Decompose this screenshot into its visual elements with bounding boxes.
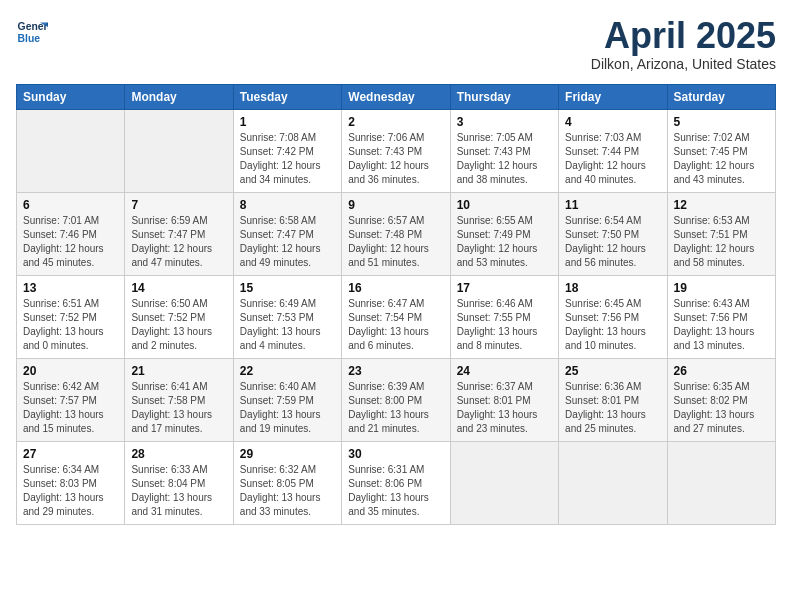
day-number: 21 <box>131 364 226 378</box>
week-row-1: 1Sunrise: 7:08 AM Sunset: 7:42 PM Daylig… <box>17 109 776 192</box>
calendar-cell: 21Sunrise: 6:41 AM Sunset: 7:58 PM Dayli… <box>125 358 233 441</box>
calendar-cell: 11Sunrise: 6:54 AM Sunset: 7:50 PM Dayli… <box>559 192 667 275</box>
day-info: Sunrise: 7:08 AM Sunset: 7:42 PM Dayligh… <box>240 131 335 187</box>
day-number: 11 <box>565 198 660 212</box>
day-number: 12 <box>674 198 769 212</box>
day-number: 16 <box>348 281 443 295</box>
calendar-cell: 4Sunrise: 7:03 AM Sunset: 7:44 PM Daylig… <box>559 109 667 192</box>
day-info: Sunrise: 6:50 AM Sunset: 7:52 PM Dayligh… <box>131 297 226 353</box>
day-number: 14 <box>131 281 226 295</box>
calendar-cell: 15Sunrise: 6:49 AM Sunset: 7:53 PM Dayli… <box>233 275 341 358</box>
calendar-cell: 18Sunrise: 6:45 AM Sunset: 7:56 PM Dayli… <box>559 275 667 358</box>
calendar-cell: 3Sunrise: 7:05 AM Sunset: 7:43 PM Daylig… <box>450 109 558 192</box>
day-info: Sunrise: 6:32 AM Sunset: 8:05 PM Dayligh… <box>240 463 335 519</box>
calendar-cell: 19Sunrise: 6:43 AM Sunset: 7:56 PM Dayli… <box>667 275 775 358</box>
weekday-header-sunday: Sunday <box>17 84 125 109</box>
day-info: Sunrise: 6:46 AM Sunset: 7:55 PM Dayligh… <box>457 297 552 353</box>
svg-text:Blue: Blue <box>18 33 41 44</box>
calendar-cell: 14Sunrise: 6:50 AM Sunset: 7:52 PM Dayli… <box>125 275 233 358</box>
calendar-cell: 25Sunrise: 6:36 AM Sunset: 8:01 PM Dayli… <box>559 358 667 441</box>
day-number: 7 <box>131 198 226 212</box>
day-number: 5 <box>674 115 769 129</box>
calendar-cell <box>125 109 233 192</box>
day-number: 29 <box>240 447 335 461</box>
day-info: Sunrise: 7:02 AM Sunset: 7:45 PM Dayligh… <box>674 131 769 187</box>
day-info: Sunrise: 6:55 AM Sunset: 7:49 PM Dayligh… <box>457 214 552 270</box>
day-info: Sunrise: 6:31 AM Sunset: 8:06 PM Dayligh… <box>348 463 443 519</box>
calendar-cell: 29Sunrise: 6:32 AM Sunset: 8:05 PM Dayli… <box>233 441 341 524</box>
calendar-cell: 26Sunrise: 6:35 AM Sunset: 8:02 PM Dayli… <box>667 358 775 441</box>
day-number: 15 <box>240 281 335 295</box>
day-info: Sunrise: 6:45 AM Sunset: 7:56 PM Dayligh… <box>565 297 660 353</box>
day-info: Sunrise: 6:42 AM Sunset: 7:57 PM Dayligh… <box>23 380 118 436</box>
day-number: 9 <box>348 198 443 212</box>
title-block: April 2025 Dilkon, Arizona, United State… <box>591 16 776 72</box>
day-number: 3 <box>457 115 552 129</box>
day-info: Sunrise: 6:54 AM Sunset: 7:50 PM Dayligh… <box>565 214 660 270</box>
day-number: 30 <box>348 447 443 461</box>
day-number: 28 <box>131 447 226 461</box>
day-number: 6 <box>23 198 118 212</box>
day-number: 27 <box>23 447 118 461</box>
day-info: Sunrise: 6:39 AM Sunset: 8:00 PM Dayligh… <box>348 380 443 436</box>
day-number: 20 <box>23 364 118 378</box>
weekday-header-thursday: Thursday <box>450 84 558 109</box>
day-number: 26 <box>674 364 769 378</box>
day-number: 1 <box>240 115 335 129</box>
day-number: 13 <box>23 281 118 295</box>
day-info: Sunrise: 6:51 AM Sunset: 7:52 PM Dayligh… <box>23 297 118 353</box>
weekday-header-wednesday: Wednesday <box>342 84 450 109</box>
day-number: 24 <box>457 364 552 378</box>
page-header: General Blue April 2025 Dilkon, Arizona,… <box>16 16 776 72</box>
calendar-cell: 22Sunrise: 6:40 AM Sunset: 7:59 PM Dayli… <box>233 358 341 441</box>
calendar-cell: 8Sunrise: 6:58 AM Sunset: 7:47 PM Daylig… <box>233 192 341 275</box>
day-number: 8 <box>240 198 335 212</box>
day-info: Sunrise: 7:06 AM Sunset: 7:43 PM Dayligh… <box>348 131 443 187</box>
calendar-cell: 7Sunrise: 6:59 AM Sunset: 7:47 PM Daylig… <box>125 192 233 275</box>
week-row-4: 20Sunrise: 6:42 AM Sunset: 7:57 PM Dayli… <box>17 358 776 441</box>
calendar-cell: 30Sunrise: 6:31 AM Sunset: 8:06 PM Dayli… <box>342 441 450 524</box>
calendar-cell: 10Sunrise: 6:55 AM Sunset: 7:49 PM Dayli… <box>450 192 558 275</box>
calendar-cell: 13Sunrise: 6:51 AM Sunset: 7:52 PM Dayli… <box>17 275 125 358</box>
day-number: 22 <box>240 364 335 378</box>
day-info: Sunrise: 6:34 AM Sunset: 8:03 PM Dayligh… <box>23 463 118 519</box>
logo-icon: General Blue <box>16 16 48 48</box>
day-number: 4 <box>565 115 660 129</box>
day-info: Sunrise: 7:01 AM Sunset: 7:46 PM Dayligh… <box>23 214 118 270</box>
day-info: Sunrise: 6:37 AM Sunset: 8:01 PM Dayligh… <box>457 380 552 436</box>
calendar-cell: 24Sunrise: 6:37 AM Sunset: 8:01 PM Dayli… <box>450 358 558 441</box>
calendar-cell: 2Sunrise: 7:06 AM Sunset: 7:43 PM Daylig… <box>342 109 450 192</box>
day-number: 10 <box>457 198 552 212</box>
day-info: Sunrise: 6:47 AM Sunset: 7:54 PM Dayligh… <box>348 297 443 353</box>
day-number: 19 <box>674 281 769 295</box>
calendar-title: April 2025 <box>591 16 776 56</box>
day-info: Sunrise: 6:41 AM Sunset: 7:58 PM Dayligh… <box>131 380 226 436</box>
calendar-subtitle: Dilkon, Arizona, United States <box>591 56 776 72</box>
logo: General Blue <box>16 16 48 48</box>
calendar-cell <box>17 109 125 192</box>
day-info: Sunrise: 6:53 AM Sunset: 7:51 PM Dayligh… <box>674 214 769 270</box>
week-row-5: 27Sunrise: 6:34 AM Sunset: 8:03 PM Dayli… <box>17 441 776 524</box>
day-info: Sunrise: 6:58 AM Sunset: 7:47 PM Dayligh… <box>240 214 335 270</box>
day-number: 17 <box>457 281 552 295</box>
weekday-header-saturday: Saturday <box>667 84 775 109</box>
week-row-2: 6Sunrise: 7:01 AM Sunset: 7:46 PM Daylig… <box>17 192 776 275</box>
weekday-header-row: SundayMondayTuesdayWednesdayThursdayFrid… <box>17 84 776 109</box>
day-info: Sunrise: 6:57 AM Sunset: 7:48 PM Dayligh… <box>348 214 443 270</box>
week-row-3: 13Sunrise: 6:51 AM Sunset: 7:52 PM Dayli… <box>17 275 776 358</box>
calendar-cell: 17Sunrise: 6:46 AM Sunset: 7:55 PM Dayli… <box>450 275 558 358</box>
calendar-cell: 12Sunrise: 6:53 AM Sunset: 7:51 PM Dayli… <box>667 192 775 275</box>
day-info: Sunrise: 6:35 AM Sunset: 8:02 PM Dayligh… <box>674 380 769 436</box>
weekday-header-monday: Monday <box>125 84 233 109</box>
calendar-cell: 20Sunrise: 6:42 AM Sunset: 7:57 PM Dayli… <box>17 358 125 441</box>
day-info: Sunrise: 6:59 AM Sunset: 7:47 PM Dayligh… <box>131 214 226 270</box>
day-number: 23 <box>348 364 443 378</box>
weekday-header-friday: Friday <box>559 84 667 109</box>
calendar-cell: 6Sunrise: 7:01 AM Sunset: 7:46 PM Daylig… <box>17 192 125 275</box>
calendar-cell: 9Sunrise: 6:57 AM Sunset: 7:48 PM Daylig… <box>342 192 450 275</box>
day-info: Sunrise: 6:49 AM Sunset: 7:53 PM Dayligh… <box>240 297 335 353</box>
day-info: Sunrise: 7:03 AM Sunset: 7:44 PM Dayligh… <box>565 131 660 187</box>
day-info: Sunrise: 6:40 AM Sunset: 7:59 PM Dayligh… <box>240 380 335 436</box>
calendar-cell: 5Sunrise: 7:02 AM Sunset: 7:45 PM Daylig… <box>667 109 775 192</box>
calendar-cell <box>559 441 667 524</box>
